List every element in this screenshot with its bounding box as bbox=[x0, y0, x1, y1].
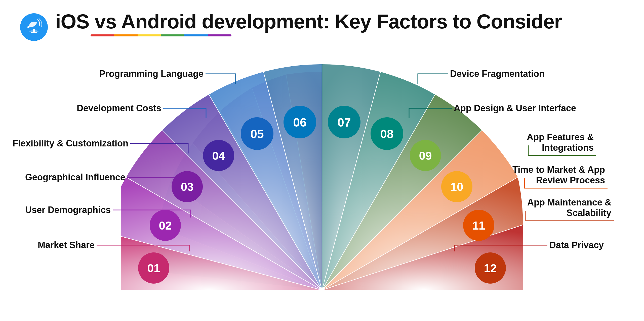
svg-text:05: 05 bbox=[250, 127, 264, 141]
svg-text:08: 08 bbox=[380, 127, 393, 141]
svg-text:06: 06 bbox=[293, 116, 306, 129]
label-11: App Maintenance & Scalability bbox=[516, 197, 611, 226]
svg-text:07: 07 bbox=[337, 116, 351, 129]
svg-rect-1 bbox=[33, 29, 35, 32]
svg-point-3 bbox=[27, 26, 29, 28]
svg-text:03: 03 bbox=[181, 180, 193, 193]
label-09: App Features & Integrations bbox=[518, 132, 594, 160]
color-bar bbox=[91, 34, 231, 36]
main-content: 01 02 03 04 05 06 07 08 09 10 11 12 bbox=[0, 49, 644, 290]
svg-text:12: 12 bbox=[484, 262, 497, 275]
logo bbox=[20, 13, 48, 41]
svg-text:01: 01 bbox=[147, 262, 160, 275]
header: iOS vs Android development: Key Factors … bbox=[0, 0, 644, 49]
svg-text:02: 02 bbox=[159, 219, 172, 232]
svg-text:04: 04 bbox=[212, 149, 225, 162]
svg-text:10: 10 bbox=[450, 180, 463, 193]
svg-text:11: 11 bbox=[472, 219, 485, 232]
svg-text:09: 09 bbox=[419, 149, 432, 162]
fan-diagram-correct: 01 02 03 04 05 06 07 08 09 10 11 12 bbox=[121, 54, 523, 290]
label-10: Time to Market & App Review Process bbox=[512, 165, 605, 193]
svg-rect-2 bbox=[31, 32, 37, 33]
page-title: iOS vs Android development: Key Factors … bbox=[55, 10, 562, 33]
